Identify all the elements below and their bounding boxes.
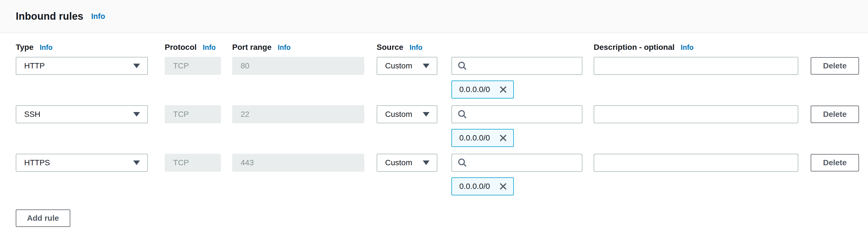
port-range-field: 443	[232, 154, 364, 172]
source-search	[452, 57, 582, 75]
caret-down-icon	[133, 112, 140, 116]
source-token: 0.0.0.0/0	[452, 177, 514, 195]
source-search-input[interactable]	[452, 105, 582, 123]
remove-source-button[interactable]	[498, 84, 509, 95]
port-range-label: Port range	[232, 43, 272, 52]
source-search-input[interactable]	[452, 57, 582, 75]
source-search	[452, 105, 582, 123]
column-header-row: Type Info Protocol Info Port range Info …	[16, 43, 859, 57]
description-input[interactable]	[594, 105, 798, 123]
column-header-type: Type Info	[16, 43, 148, 52]
type-select-value: HTTP	[24, 61, 45, 71]
source-label: Source	[377, 43, 403, 52]
inbound-rules-panel: Inbound rules Info Type Info Protocol In…	[0, 0, 868, 227]
source-token: 0.0.0.0/0	[452, 81, 514, 99]
rules-editor: Type Info Protocol Info Port range Info …	[0, 33, 868, 227]
page-title: Inbound rules	[16, 10, 84, 22]
source-search-input[interactable]	[452, 154, 582, 172]
type-info-link[interactable]: Info	[40, 43, 53, 52]
source-token: 0.0.0.0/0	[452, 129, 514, 147]
type-select-value: HTTPS	[24, 158, 50, 167]
type-select-value: SSH	[24, 110, 40, 119]
add-rule-button[interactable]: Add rule	[16, 210, 70, 227]
delete-rule-button[interactable]: Delete	[811, 57, 859, 75]
source-search	[452, 154, 582, 172]
remove-source-button[interactable]	[498, 181, 509, 192]
port-range-field: 80	[232, 57, 364, 75]
source-info-link[interactable]: Info	[409, 43, 423, 52]
source-type-select-value: Custom	[385, 158, 412, 167]
rule-row-http: HTTP TCP 80 Custom	[16, 57, 859, 99]
source-type-select[interactable]: Custom	[377, 154, 437, 172]
caret-down-icon	[423, 160, 430, 165]
protocol-info-link[interactable]: Info	[203, 43, 216, 52]
port-range-info-link[interactable]: Info	[278, 43, 291, 52]
type-select[interactable]: HTTP	[16, 57, 148, 75]
caret-down-icon	[133, 64, 140, 68]
source-type-select-value: Custom	[385, 110, 412, 119]
source-type-select-value: Custom	[385, 61, 412, 71]
protocol-label: Protocol	[165, 43, 197, 52]
description-input[interactable]	[594, 154, 798, 172]
remove-source-button[interactable]	[498, 132, 509, 143]
column-header-port-range: Port range Info	[232, 43, 364, 52]
caret-down-icon	[133, 160, 140, 165]
protocol-field: TCP	[165, 57, 221, 75]
type-select[interactable]: SSH	[16, 105, 148, 123]
source-token-value: 0.0.0.0/0	[459, 133, 490, 142]
source-token-value: 0.0.0.0/0	[459, 182, 490, 191]
caret-down-icon	[423, 64, 430, 68]
protocol-field: TCP	[165, 105, 221, 123]
port-range-field: 22	[232, 105, 364, 123]
caret-down-icon	[423, 112, 430, 116]
type-label: Type	[16, 43, 33, 52]
type-select[interactable]: HTTPS	[16, 154, 148, 172]
panel-header: Inbound rules Info	[0, 0, 868, 33]
column-header-protocol: Protocol Info	[165, 43, 221, 52]
description-label: Description - optional	[594, 43, 675, 52]
source-token-value: 0.0.0.0/0	[459, 85, 490, 94]
column-header-source: Source Info	[377, 43, 437, 52]
source-type-select[interactable]: Custom	[377, 57, 437, 75]
column-header-description: Description - optional Info	[594, 43, 798, 52]
delete-rule-button[interactable]: Delete	[811, 106, 859, 123]
source-type-select[interactable]: Custom	[377, 105, 437, 123]
rule-row-ssh: SSH TCP 22 Custom	[16, 105, 859, 147]
delete-rule-button[interactable]: Delete	[811, 154, 859, 171]
description-info-link[interactable]: Info	[681, 43, 694, 52]
rule-row-https: HTTPS TCP 443 Custom	[16, 154, 859, 195]
header-info-link[interactable]: Info	[91, 12, 105, 21]
description-input[interactable]	[594, 57, 798, 75]
protocol-field: TCP	[165, 154, 221, 172]
